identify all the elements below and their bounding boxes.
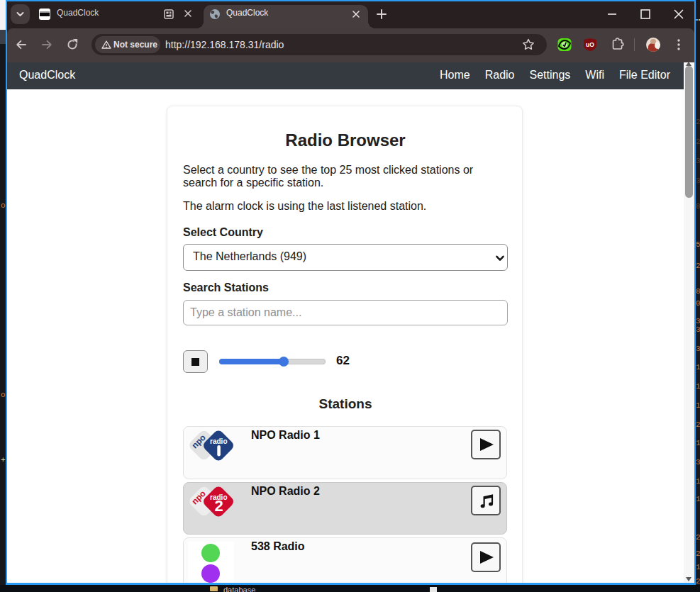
svg-text:radio: radio: [210, 437, 227, 445]
svg-text:2: 2: [214, 497, 223, 515]
svg-text:uO: uO: [586, 41, 594, 48]
